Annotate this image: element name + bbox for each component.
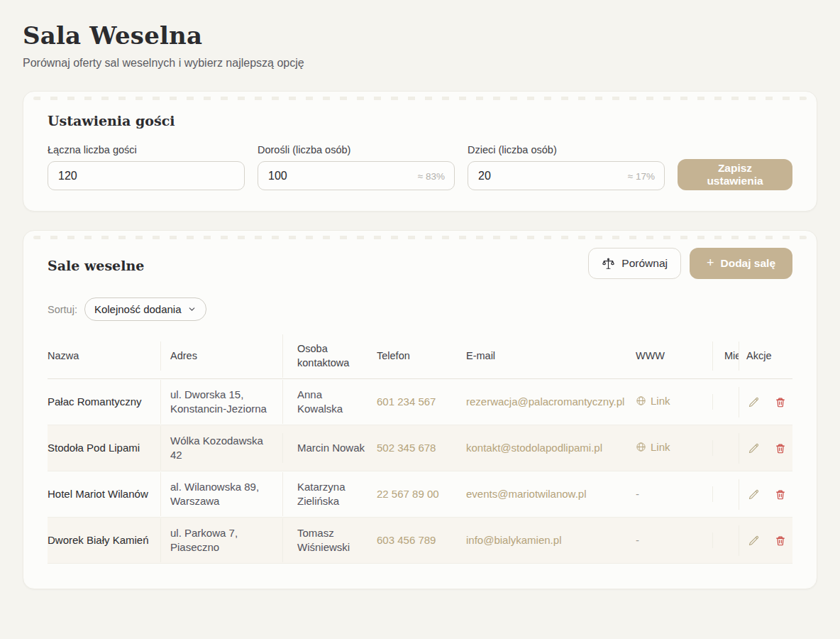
page-header: Sala Weselna Porównaj oferty sal weselny… [0,0,840,70]
page: Sala Weselna Porównaj oferty sal weselny… [0,0,840,639]
header-email: E-mail [462,342,636,371]
children-input[interactable] [468,161,665,190]
pencil-icon [748,488,760,501]
venues-card: Sale weselne Porównaj + Doda [23,230,817,589]
pencil-icon [748,396,760,408]
venue-name: Pałac Romantyczny [48,387,160,417]
table-row: Pałac Romantyczny ul. Dworska 15, Konsta… [48,379,792,425]
edit-button[interactable] [746,487,761,502]
add-venue-label: Dodaj salę [720,257,775,270]
add-venue-button[interactable]: + Dodaj salę [690,248,792,279]
venue-address: ul. Dworska 15, Konstancin-Jeziorna [160,380,282,425]
venue-contact: Tomasz Wiśniewski [282,518,377,563]
globe-icon [636,395,646,406]
www-link-label: Link [651,394,670,408]
venue-www-link[interactable]: Link [636,440,670,454]
venue-email-link[interactable]: events@mariotwilanow.pl [462,479,636,509]
globe-icon [636,442,646,452]
row-actions [746,441,785,456]
total-guests-field: Łączna liczba gości [48,144,245,190]
venue-address: al. Wilanowska 89, Warszawa [160,472,282,517]
venue-phone-link[interactable]: 22 567 89 00 [377,479,462,509]
page-subtitle: Porównaj oferty sal weselnych i wybierz … [23,57,817,70]
venue-phone-link[interactable]: 502 345 678 [377,433,462,463]
guest-settings-title: Ustawienia gości [48,113,792,129]
header-name: Nazwa [48,342,160,371]
sort-select[interactable]: Kolejność dodania [84,297,206,321]
edit-button[interactable] [746,533,761,548]
adults-label: Dorośli (liczba osób) [258,144,455,155]
trash-icon [775,396,786,408]
venue-email-link[interactable]: info@bialykamien.pl [462,525,636,555]
pencil-icon [748,442,760,454]
row-actions [746,533,785,548]
total-guests-input-wrap [48,161,245,190]
header-address: Adres [160,342,282,371]
sort-selected-value: Kolejność dodania [94,303,182,315]
venue-name: Hotel Mariot Wilanów [48,479,160,509]
edit-button[interactable] [746,395,761,410]
table-row: Hotel Mariot Wilanów al. Wilanowska 89, … [48,471,792,518]
sort-row: Sortuj: Kolejność dodania [48,297,792,321]
header-actions: Akcje [739,342,794,371]
trash-icon [775,535,786,547]
children-input-wrap: ≈ 17% [468,161,665,190]
compare-button-label: Porównaj [621,257,668,270]
guest-settings-card: Ustawienia gości Łączna liczba gości Dor… [23,91,817,212]
clipped-cell [712,394,739,410]
row-actions [746,395,785,410]
trash-icon [775,488,786,501]
save-settings-button[interactable]: Zapisz ustawienia [678,159,792,190]
venue-contact: Katarzyna Zielińska [282,472,377,517]
delete-button[interactable] [773,487,788,502]
chevron-down-icon [187,305,197,314]
plus-icon: + [707,256,714,269]
compare-button[interactable]: Porównaj [588,248,681,279]
venue-phone-link[interactable]: 601 234 567 [377,387,462,417]
venue-name: Stodoła Pod Lipami [48,433,160,463]
clipped-cell [712,440,739,456]
venue-address: Wólka Kozodawska 42 [160,426,282,471]
sort-label: Sortuj: [48,304,77,315]
venues-actions: Porównaj + Dodaj salę [588,248,792,279]
header-www: WWW [636,342,712,371]
total-guests-label: Łączna liczba gości [48,144,245,155]
venues-header: Sale weselne Porównaj + Doda [48,252,792,279]
www-link-label: Link [651,440,670,454]
venue-name: Dworek Biały Kamień [48,525,160,555]
page-title: Sala Weselna [23,21,817,50]
guest-settings-form: Łączna liczba gości Dorośli (liczba osób… [48,144,792,190]
adults-input[interactable] [258,161,455,190]
scales-icon [602,257,615,271]
adults-input-wrap: ≈ 83% [258,161,455,190]
www-empty-value: - [636,488,639,500]
header-clipped-column: Miejsca noclegowe [712,342,739,371]
edit-button[interactable] [746,441,761,456]
header-contact: Osoba kontaktowa [282,334,377,378]
venue-contact: Marcin Nowak [282,433,377,463]
venue-www-link[interactable]: Link [636,394,670,408]
table-header-row: Nazwa Adres Osoba kontaktowa Telefon E-m… [48,334,792,379]
children-field: Dzieci (liczba osób) ≈ 17% [468,144,665,190]
adults-field: Dorośli (liczba osób) ≈ 83% [258,144,455,190]
table-row: Stodoła Pod Lipami Wólka Kozodawska 42 M… [48,425,792,471]
pencil-icon [748,535,760,547]
clipped-cell [712,532,739,548]
delete-button[interactable] [773,395,788,410]
save-settings-label: Zapisz ustawienia [695,162,775,187]
venue-phone-link[interactable]: 603 456 789 [377,525,462,555]
table-row: Dworek Biały Kamień ul. Parkowa 7, Piase… [48,518,792,564]
venues-table: Nazwa Adres Osoba kontaktowa Telefon E-m… [48,334,792,564]
clipped-cell [712,486,739,502]
venue-email-link[interactable]: rezerwacja@palacromantyczny.pl [462,387,636,417]
delete-button[interactable] [773,533,788,548]
delete-button[interactable] [773,441,788,456]
total-guests-input[interactable] [48,161,245,190]
venue-address: ul. Parkowa 7, Piaseczno [160,518,282,563]
venue-email-link[interactable]: kontakt@stodolapodlipami.pl [462,433,636,463]
venue-contact: Anna Kowalska [282,380,377,425]
children-label: Dzieci (liczba osób) [468,144,665,155]
www-empty-value: - [636,534,639,546]
row-actions [746,487,785,502]
trash-icon [775,442,786,454]
